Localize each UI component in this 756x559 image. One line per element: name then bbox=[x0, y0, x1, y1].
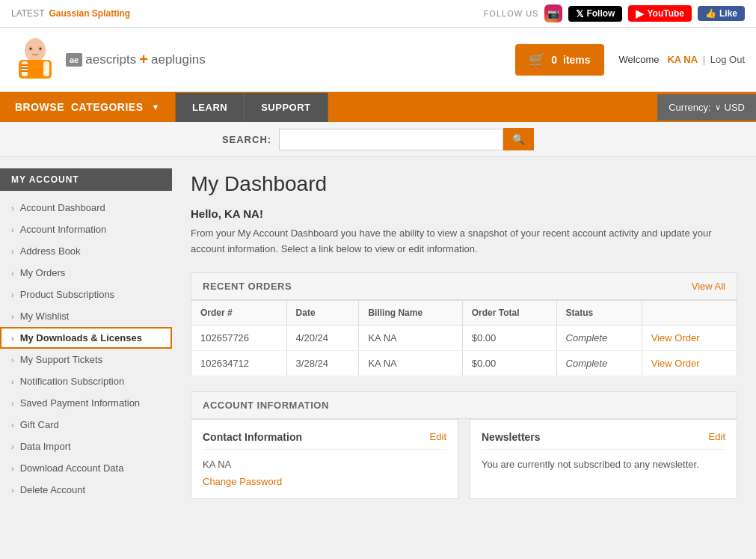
order-num-cell: 102634712 bbox=[191, 350, 287, 376]
sidebar-item-label: My Downloads & Licenses bbox=[20, 332, 142, 343]
youtube-icon: ▶ bbox=[636, 7, 644, 19]
follow-label: FOLLOW US bbox=[484, 9, 539, 18]
billing-name-cell: KA NA bbox=[359, 350, 462, 376]
page-title: My Dashboard bbox=[191, 172, 737, 196]
sidebar-item-account-information[interactable]: › Account Information bbox=[0, 219, 172, 240]
view-order-link[interactable]: View Order bbox=[651, 358, 700, 369]
instagram-button[interactable]: 📷 bbox=[544, 4, 562, 22]
arrow-icon: › bbox=[11, 377, 14, 386]
latest-link[interactable]: Gaussian Splatting bbox=[49, 8, 130, 19]
orders-table: Order # Date Billing Name Order Total St… bbox=[191, 300, 737, 376]
recent-orders-title: RECENT ORDERS bbox=[203, 281, 292, 292]
svg-rect-3 bbox=[43, 61, 49, 76]
welcome-user-link[interactable]: KA NA bbox=[667, 54, 698, 65]
learn-nav-link[interactable]: LEARN bbox=[176, 93, 245, 122]
sidebar-item-address-book[interactable]: › Address Book bbox=[0, 240, 172, 262]
view-all-link[interactable]: View All bbox=[692, 281, 725, 292]
hello-text: Hello, KA NA! bbox=[191, 207, 737, 220]
orders-table-body: 102657726 4/20/24 KA NA $0.00 Complete V… bbox=[191, 325, 737, 376]
logout-link[interactable]: Log Out bbox=[710, 54, 745, 65]
date-cell: 3/28/24 bbox=[286, 350, 359, 376]
status-badge: Complete bbox=[566, 358, 608, 369]
order-total-cell: $0.00 bbox=[462, 350, 556, 376]
arrow-icon: › bbox=[11, 334, 14, 343]
sidebar-item-label: Data Import bbox=[20, 441, 71, 452]
sidebar-item-support-tickets[interactable]: › My Support Tickets bbox=[0, 349, 172, 370]
sidebar-item-my-wishlist[interactable]: › My Wishlist bbox=[0, 305, 172, 327]
contact-info-card: Contact Information Edit KA NA Change Pa… bbox=[191, 419, 458, 499]
sidebar-item-saved-payment[interactable]: › Saved Payment Information bbox=[0, 392, 172, 414]
arrow-icon: › bbox=[11, 247, 14, 256]
facebook-like-button[interactable]: 👍 Like bbox=[698, 6, 745, 21]
col-action bbox=[642, 300, 737, 325]
logo-character bbox=[11, 35, 60, 84]
sidebar-item-gift-card[interactable]: › Gift Card bbox=[0, 414, 172, 436]
contact-edit-link[interactable]: Edit bbox=[430, 431, 446, 442]
twitter-follow-button[interactable]: 𝕏 Follow bbox=[568, 6, 622, 22]
welcome-section: Welcome KA NA | Log Out bbox=[619, 54, 745, 65]
sidebar-item-notification-subscription[interactable]: › Notification Subscription bbox=[0, 370, 172, 392]
youtube-label: YouTube bbox=[647, 8, 684, 19]
latest-section: LATEST Gaussian Splatting bbox=[11, 8, 130, 19]
arrow-icon: › bbox=[11, 269, 14, 278]
top-bar: LATEST Gaussian Splatting FOLLOW US 📷 𝕏 … bbox=[0, 0, 756, 28]
contact-card-header: Contact Information Edit bbox=[203, 431, 446, 450]
contact-name: KA NA bbox=[203, 459, 446, 470]
sidebar-item-label: Saved Payment Information bbox=[20, 397, 140, 409]
newsletters-edit-link[interactable]: Edit bbox=[709, 431, 725, 442]
latest-label: LATEST bbox=[11, 8, 44, 19]
browse-categories-button[interactable]: BROWSE Categories ▼ bbox=[0, 92, 176, 122]
sidebar-item-product-subscriptions[interactable]: › Product Subscriptions bbox=[0, 284, 172, 305]
sidebar-item-label: Account Dashboard bbox=[20, 202, 105, 213]
col-date: Date bbox=[286, 300, 359, 325]
plus-icon: + bbox=[139, 51, 148, 68]
sidebar-item-label: Download Account Data bbox=[20, 462, 124, 474]
sidebar-item-label: My Support Tickets bbox=[20, 354, 103, 365]
browse-chevron-icon: ▼ bbox=[152, 103, 160, 112]
description-text: From your My Account Dashboard you have … bbox=[191, 226, 737, 257]
arrow-icon: › bbox=[11, 290, 14, 299]
youtube-button[interactable]: ▶ YouTube bbox=[628, 5, 692, 22]
support-nav-link[interactable]: SUPPORT bbox=[245, 93, 328, 122]
fb-like-label: Like bbox=[719, 8, 737, 19]
site-header: ae aescripts + aeplugins 🛒 0 items Welco… bbox=[0, 28, 756, 92]
svg-point-7 bbox=[40, 48, 42, 50]
main-container: MY ACCOUNT › Account Dashboard › Account… bbox=[0, 157, 756, 531]
search-input[interactable] bbox=[279, 129, 503, 150]
sidebar-item-downloads-licenses[interactable]: › My Downloads & Licenses bbox=[0, 327, 172, 349]
cart-icon: 🛒 bbox=[529, 52, 545, 68]
account-info-header: ACCOUNT INFORMATION bbox=[191, 391, 737, 419]
sidebar-item-data-import[interactable]: › Data Import bbox=[0, 436, 172, 457]
action-cell[interactable]: View Order bbox=[642, 325, 737, 350]
svg-point-0 bbox=[25, 38, 46, 62]
sidebar-item-account-dashboard[interactable]: › Account Dashboard bbox=[0, 197, 172, 219]
separator: | bbox=[703, 54, 705, 65]
aeplugins-text: aeplugins bbox=[151, 52, 206, 67]
sidebar-item-delete-account[interactable]: › Delete Account bbox=[0, 479, 172, 501]
search-button[interactable]: 🔍 bbox=[503, 128, 534, 150]
status-cell: Complete bbox=[556, 325, 642, 350]
view-order-link[interactable]: View Order bbox=[651, 332, 700, 343]
arrow-icon: › bbox=[11, 442, 14, 451]
col-order-num: Order # bbox=[191, 300, 287, 325]
sidebar-item-label: Account Information bbox=[20, 224, 107, 235]
change-password-link[interactable]: Change Password bbox=[203, 476, 282, 487]
sidebar-item-label: Address Book bbox=[20, 245, 81, 257]
status-badge: Complete bbox=[566, 332, 608, 343]
sidebar-item-download-account-data[interactable]: › Download Account Data bbox=[0, 457, 172, 479]
sidebar-item-label: My Orders bbox=[20, 267, 66, 278]
newsletters-card-header: Newsletters Edit bbox=[482, 431, 725, 450]
arrow-icon: › bbox=[11, 225, 14, 234]
logo-brand-text[interactable]: ae aescripts + aeplugins bbox=[66, 51, 206, 68]
sidebar-item-my-orders[interactable]: › My Orders bbox=[0, 262, 172, 284]
account-information-section: ACCOUNT INFORMATION Contact Information … bbox=[191, 391, 737, 499]
action-cell[interactable]: View Order bbox=[642, 350, 737, 376]
currency-selector[interactable]: Currency: ∨ USD bbox=[657, 94, 756, 120]
newsletters-card: Newsletters Edit You are currently not s… bbox=[470, 419, 737, 499]
order-num-cell: 102657726 bbox=[191, 325, 287, 350]
browse-label: BROWSE bbox=[15, 101, 64, 113]
svg-point-6 bbox=[30, 48, 32, 50]
sidebar-item-label: Product Subscriptions bbox=[20, 289, 114, 300]
cart-button[interactable]: 🛒 0 items bbox=[515, 44, 603, 76]
sidebar-item-label: Gift Card bbox=[20, 419, 59, 430]
